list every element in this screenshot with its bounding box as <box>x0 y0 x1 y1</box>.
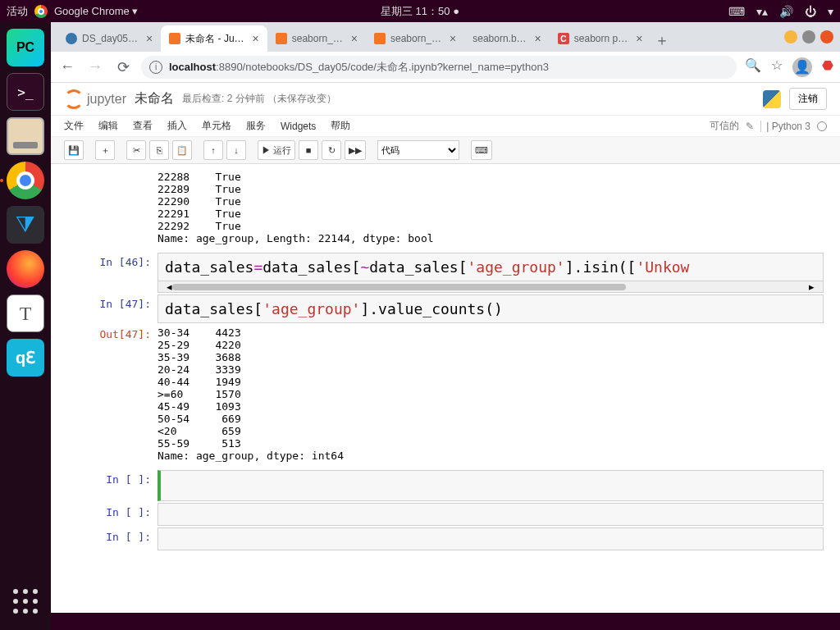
input-method-icon[interactable]: ⌨ <box>728 5 745 18</box>
dock-files[interactable] <box>5 116 46 157</box>
clock[interactable]: 星期三 11：50 ● <box>381 4 459 19</box>
cut-button[interactable]: ✂ <box>126 140 146 160</box>
insert-cell-button[interactable]: ＋ <box>95 140 115 160</box>
code-cell-empty[interactable]: In [ ]: <box>67 527 824 550</box>
command-palette-button[interactable]: ⌨ <box>471 140 492 160</box>
run-button[interactable]: ▶ 运行 <box>258 140 295 160</box>
logout-button[interactable]: 注销 <box>789 88 827 110</box>
notebook-title[interactable]: 未命名 <box>135 90 174 107</box>
menu-kernel[interactable]: 服务 <box>246 119 266 133</box>
restart-button[interactable]: ↻ <box>322 140 341 160</box>
tab-ds-day05[interactable]: DS_day05…× <box>57 25 161 52</box>
dock-text-editor[interactable]: T <box>5 293 46 334</box>
tab-close-icon[interactable]: × <box>535 32 541 45</box>
tab-close-icon[interactable]: × <box>146 32 153 45</box>
menu-insert[interactable]: 插入 <box>167 119 187 133</box>
jupyter-notebook: jupyter 未命名 最后检查: 2 分钟前 （未保存改变） 注销 文件 编辑… <box>51 83 840 613</box>
restart-run-all-button[interactable]: ▶▶ <box>345 140 366 160</box>
jupyter-favicon-icon <box>276 33 287 44</box>
window-minimize-button[interactable] <box>784 30 797 43</box>
menu-edit[interactable]: 编辑 <box>98 119 118 133</box>
tab-close-icon[interactable]: × <box>351 32 358 45</box>
focused-app-title[interactable]: Google Chrome ▾ <box>54 5 138 17</box>
new-tab-button[interactable]: ＋ <box>651 29 673 52</box>
tab-seaborn-3[interactable]: seaborn.b…× <box>464 25 550 52</box>
omnibox[interactable]: i localhost:8890/notebooks/DS_day05/code… <box>141 56 737 79</box>
scroll-right-icon[interactable]: ▸ <box>809 281 815 293</box>
menu-help[interactable]: 帮助 <box>331 119 350 133</box>
jupyter-favicon-icon <box>66 33 77 44</box>
tab-seaborn-2[interactable]: seaborn_…× <box>366 25 464 52</box>
code-cell-empty[interactable]: In [ ]: <box>67 470 824 501</box>
tab-untitled[interactable]: 未命名 - Ju…× <box>161 25 267 52</box>
url-host: localhost <box>169 61 216 73</box>
window-close-button[interactable] <box>820 30 833 43</box>
tab-seaborn-4[interactable]: Cseaborn p…× <box>550 25 651 52</box>
tab-label: seaborn_… <box>292 33 343 44</box>
code-editor[interactable]: data_sales=data_sales[~data_sales['age_g… <box>158 253 824 281</box>
tab-label: seaborn.b… <box>472 33 526 44</box>
move-down-button[interactable]: ↓ <box>226 140 246 160</box>
system-menu-chevron-icon[interactable]: ▾ <box>828 5 833 18</box>
gnome-top-panel: 活动 Google Chrome ▾ 星期三 11：50 ● ⌨ ▾▴ 🔊 ⏻ … <box>0 0 840 22</box>
dock-firefox[interactable] <box>5 249 46 290</box>
jupyter-logo[interactable]: jupyter <box>64 89 126 109</box>
code-editor[interactable] <box>158 470 824 501</box>
reload-button[interactable]: ⟳ <box>113 57 133 77</box>
dock-chrome[interactable] <box>5 160 46 201</box>
power-icon[interactable]: ⏻ <box>805 5 816 18</box>
bookmark-star-icon[interactable]: ☆ <box>771 57 783 77</box>
output-text: 22288 True 22289 True 22290 True 22291 T… <box>158 169 824 251</box>
dock-terminal[interactable]: >_ <box>5 71 46 112</box>
code-editor[interactable] <box>158 527 824 550</box>
show-applications-button[interactable] <box>0 581 51 622</box>
volume-icon[interactable]: 🔊 <box>779 5 793 18</box>
window-maximize-button[interactable] <box>802 30 815 43</box>
interrupt-button[interactable]: ■ <box>299 140 318 160</box>
code-cell-empty[interactable]: In [ ]: <box>67 503 824 526</box>
dock-vscode[interactable]: ⧩ <box>5 204 46 245</box>
scroll-left-icon[interactable]: ◂ <box>167 281 172 293</box>
dock-app-teal[interactable]: qƐ <box>5 337 46 378</box>
dock-pycharm[interactable]: PC <box>5 27 46 68</box>
tab-seaborn-1[interactable]: seaborn_…× <box>267 25 366 52</box>
menu-widgets[interactable]: Widgets <box>281 121 316 132</box>
profile-avatar-icon[interactable]: 👤 <box>792 57 812 77</box>
site-info-icon[interactable]: i <box>149 61 162 74</box>
scrollbar-thumb[interactable] <box>172 284 626 290</box>
url-path: :8890/notebooks/DS_day05/code/未命名.ipynb?… <box>216 61 549 73</box>
back-button[interactable]: ← <box>57 57 77 77</box>
kernel-name[interactable]: | Python 3 <box>760 121 810 132</box>
csdn-favicon-icon: C <box>558 33 569 44</box>
activities-button[interactable]: 活动 <box>7 4 28 19</box>
forward-button[interactable]: → <box>85 57 105 77</box>
code-editor[interactable] <box>158 503 824 526</box>
menu-file[interactable]: 文件 <box>64 119 84 133</box>
tab-close-icon[interactable]: × <box>636 32 642 45</box>
code-editor[interactable]: data_sales['age_group'].value_counts() <box>158 294 824 323</box>
tab-close-icon[interactable]: × <box>253 32 259 45</box>
code-cell-46[interactable]: In [46]: data_sales=data_sales[~data_sal… <box>67 253 824 293</box>
ubuntu-dock: PC >_ ⧩ T qƐ <box>0 22 51 630</box>
tab-close-icon[interactable]: × <box>450 32 456 45</box>
prompt-out: Out[47]: <box>67 325 158 468</box>
notebook-container[interactable]: 22288 True 22289 True 22290 True 22291 T… <box>51 164 840 596</box>
search-icon[interactable]: 🔍 <box>745 57 761 77</box>
chrome-icon <box>34 5 48 18</box>
code-cell-47[interactable]: In [47]: data_sales['age_group'].value_c… <box>67 294 824 323</box>
menu-cell[interactable]: 单元格 <box>202 119 231 133</box>
network-icon[interactable]: ▾▴ <box>756 5 768 18</box>
save-button[interactable]: 💾 <box>64 140 84 160</box>
trusted-indicator[interactable]: 可信的 <box>710 119 739 133</box>
edit-icon[interactable]: ✎ <box>746 121 754 132</box>
move-up-button[interactable]: ↑ <box>203 140 223 160</box>
extension-icon[interactable]: ⬣ <box>822 57 833 77</box>
jupyter-logo-icon <box>64 89 84 109</box>
horizontal-scrollbar[interactable]: ◂▸ <box>158 281 824 293</box>
tab-label: DS_day05… <box>82 33 138 44</box>
paste-button[interactable]: 📋 <box>172 140 192 160</box>
output-text: 30-34 4423 25-29 4220 35-39 3688 20-24 3… <box>158 325 824 468</box>
cell-type-select[interactable]: 代码 <box>377 140 459 160</box>
menu-view[interactable]: 查看 <box>133 119 153 133</box>
copy-button[interactable]: ⎘ <box>149 140 169 160</box>
